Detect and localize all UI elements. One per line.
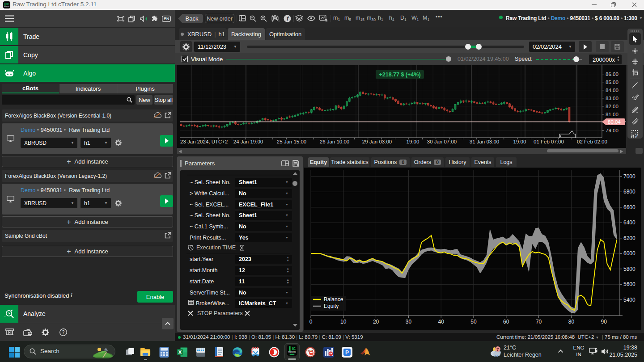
svg-text:19:00: 19:00 <box>513 139 526 144</box>
svg-text:25 Jan 15:00: 25 Jan 15:00 <box>277 139 307 144</box>
svg-text:02 Feb 02:00: 02 Feb 02:00 <box>577 139 607 144</box>
svg-text:20: 20 <box>373 319 379 325</box>
svg-text:40: 40 <box>438 319 445 325</box>
svg-text:0: 0 <box>309 319 313 325</box>
svg-text:26 Jan 10:00: 26 Jan 10:00 <box>320 139 350 144</box>
svg-text:Equity: Equity <box>324 303 339 309</box>
svg-text:70: 70 <box>536 319 542 325</box>
svg-text:Balance: Balance <box>324 296 343 303</box>
svg-text:5600: 5600 <box>623 281 636 287</box>
svg-text:6400: 6400 <box>623 219 636 226</box>
svg-text:6000: 6000 <box>623 250 636 257</box>
svg-text:80: 80 <box>568 319 575 325</box>
svg-text:81.00: 81.00 <box>606 112 619 117</box>
svg-text:6200: 6200 <box>623 235 636 241</box>
svg-text:86.00: 86.00 <box>606 72 619 77</box>
svg-text:P: P <box>345 349 349 356</box>
svg-text:X: X <box>178 349 182 355</box>
svg-text:6800: 6800 <box>623 189 636 195</box>
svg-text:+218.77 $ (+4%): +218.77 $ (+4%) <box>379 72 420 78</box>
svg-text:EN: EN <box>164 17 169 21</box>
svg-text:Back: Back <box>186 15 199 22</box>
svg-text:6600: 6600 <box>623 204 636 210</box>
svg-text:85.00: 85.00 <box>606 80 619 85</box>
svg-text:?: ? <box>62 329 65 335</box>
svg-text:50: 50 <box>470 319 477 325</box>
svg-text:7: 7 <box>496 347 499 352</box>
svg-text:60: 60 <box>503 319 509 325</box>
svg-text:84.00: 84.00 <box>606 88 619 93</box>
svg-text:31 Jan 03:00: 31 Jan 03:00 <box>470 139 500 144</box>
svg-text:83.00: 83.00 <box>606 96 619 101</box>
svg-text:5400: 5400 <box>623 297 636 303</box>
svg-text:Markets: Markets <box>4 6 9 8</box>
svg-text:7000: 7000 <box>623 173 636 180</box>
svg-text:Markets: Markets <box>288 351 296 353</box>
svg-text:10: 10 <box>340 319 347 325</box>
svg-text:30: 30 <box>406 319 412 325</box>
svg-text:5800: 5800 <box>623 266 636 272</box>
svg-text:01 Feb 07:00: 01 Feb 07:00 <box>534 139 564 144</box>
svg-text:79.00: 79.00 <box>606 128 619 133</box>
svg-text:19:00: 19:00 <box>407 139 419 144</box>
svg-text:23 Jan 2024, UTC+2: 23 Jan 2024, UTC+2 <box>180 139 228 144</box>
svg-text:82.00: 82.00 <box>606 104 619 109</box>
svg-text:▌IC: ▌IC <box>289 346 296 351</box>
svg-text:90: 90 <box>601 319 607 325</box>
svg-text:29 Jan 03:00: 29 Jan 03:00 <box>362 139 392 144</box>
svg-text:▌IC: ▌IC <box>4 2 9 6</box>
svg-text:24 Jan 19:00: 24 Jan 19:00 <box>233 139 263 144</box>
svg-text:30 Jan 07:00: 30 Jan 07:00 <box>427 139 457 144</box>
svg-text:80.04: 80.04 <box>608 119 621 125</box>
